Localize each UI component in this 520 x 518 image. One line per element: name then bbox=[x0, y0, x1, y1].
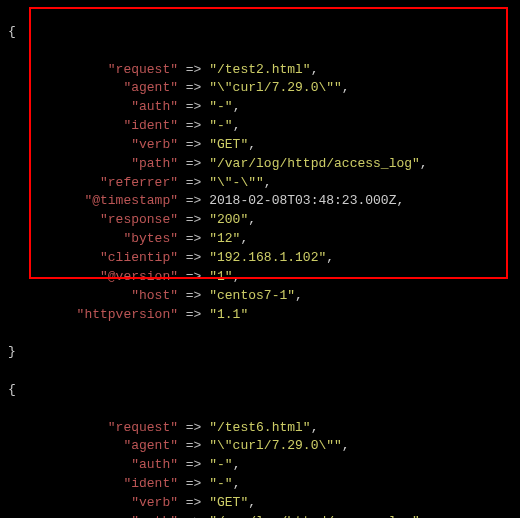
arrow-operator: => bbox=[178, 99, 209, 114]
log-key: "@timestamp" bbox=[84, 193, 178, 208]
log-key: "clientip" bbox=[100, 250, 178, 265]
comma: , bbox=[396, 193, 404, 208]
log-key: "@version" bbox=[100, 269, 178, 284]
log-value: "/test6.html" bbox=[209, 420, 310, 435]
log-key: "verb" bbox=[131, 495, 178, 510]
comma: , bbox=[326, 250, 334, 265]
log-entry-line: "request" => "/test2.html", bbox=[8, 61, 512, 80]
comma: , bbox=[420, 156, 428, 171]
log-value: "1.1" bbox=[209, 307, 248, 322]
log-value: "-" bbox=[209, 118, 232, 133]
log-entry-line: "path" => "/var/log/httpd/access_log", bbox=[8, 155, 512, 174]
log-value: "\"curl/7.29.0\"" bbox=[209, 80, 342, 95]
code-block: { "request" => "/test2.html","agent" => … bbox=[0, 0, 520, 518]
log-key: "agent" bbox=[123, 438, 178, 453]
log-key: "request" bbox=[108, 62, 178, 77]
log-entry-line: "clientip" => "192.168.1.102", bbox=[8, 249, 512, 268]
log-entry-line: "ident" => "-", bbox=[8, 117, 512, 136]
log-value: "192.168.1.102" bbox=[209, 250, 326, 265]
comma: , bbox=[342, 80, 350, 95]
arrow-operator: => bbox=[178, 80, 209, 95]
log-entry-line: "verb" => "GET", bbox=[8, 494, 512, 513]
log-key: "auth" bbox=[131, 99, 178, 114]
log-value: "200" bbox=[209, 212, 248, 227]
comma: , bbox=[233, 118, 241, 133]
log-value: "-" bbox=[209, 476, 232, 491]
log-entry-line: "response" => "200", bbox=[8, 211, 512, 230]
arrow-operator: => bbox=[178, 212, 209, 227]
log-value: "\"-\"" bbox=[209, 175, 264, 190]
log-entry-line: "agent" => "\"curl/7.29.0\"", bbox=[8, 79, 512, 98]
log-value: "centos7-1" bbox=[209, 288, 295, 303]
log-entry-line: "referrer" => "\"-\"", bbox=[8, 174, 512, 193]
arrow-operator: => bbox=[178, 438, 209, 453]
arrow-operator: => bbox=[178, 118, 209, 133]
comma: , bbox=[311, 62, 319, 77]
log-value: "12" bbox=[209, 231, 240, 246]
arrow-operator: => bbox=[178, 62, 209, 77]
log-entry-line: "verb" => "GET", bbox=[8, 136, 512, 155]
arrow-operator: => bbox=[178, 231, 209, 246]
comma: , bbox=[420, 514, 428, 518]
arrow-operator: => bbox=[178, 156, 209, 171]
brace-open: { bbox=[8, 23, 512, 42]
arrow-operator: => bbox=[178, 495, 209, 510]
log-entry-line: "request" => "/test6.html", bbox=[8, 419, 512, 438]
log-value: "/var/log/httpd/access_log" bbox=[209, 156, 420, 171]
comma: , bbox=[248, 137, 256, 152]
comma: , bbox=[240, 231, 248, 246]
comma: , bbox=[311, 420, 319, 435]
comma: , bbox=[233, 476, 241, 491]
log-entry-line: "@timestamp" => 2018-02-08T03:48:23.000Z… bbox=[8, 192, 512, 211]
log-entry-line: "httpversion" => "1.1" bbox=[8, 306, 512, 325]
log-value: "GET" bbox=[209, 137, 248, 152]
log-entry-line: "@version" => "1", bbox=[8, 268, 512, 287]
log-value: "1" bbox=[209, 269, 232, 284]
log-entry-line: "ident" => "-", bbox=[8, 475, 512, 494]
arrow-operator: => bbox=[178, 514, 209, 518]
arrow-operator: => bbox=[178, 137, 209, 152]
arrow-operator: => bbox=[178, 175, 209, 190]
log-entry-line: "host" => "centos7-1", bbox=[8, 287, 512, 306]
log-key: "path" bbox=[131, 156, 178, 171]
log-value: "-" bbox=[209, 457, 232, 472]
log-value: "GET" bbox=[209, 495, 248, 510]
brace-open: { bbox=[8, 381, 512, 400]
comma: , bbox=[233, 457, 241, 472]
log-key: "agent" bbox=[123, 80, 178, 95]
comma: , bbox=[295, 288, 303, 303]
log-value: "/test2.html" bbox=[209, 62, 310, 77]
arrow-operator: => bbox=[178, 193, 209, 208]
brace-close: } bbox=[8, 343, 512, 362]
arrow-operator: => bbox=[178, 476, 209, 491]
log-key: "httpversion" bbox=[77, 307, 178, 322]
log-key: "host" bbox=[131, 288, 178, 303]
comma: , bbox=[233, 269, 241, 284]
comma: , bbox=[233, 99, 241, 114]
log-key: "referrer" bbox=[100, 175, 178, 190]
arrow-operator: => bbox=[178, 250, 209, 265]
comma: , bbox=[248, 495, 256, 510]
log-entry-line: "path" => "/var/log/httpd/access_log", bbox=[8, 513, 512, 518]
arrow-operator: => bbox=[178, 420, 209, 435]
log-value: "\"curl/7.29.0\"" bbox=[209, 438, 342, 453]
log-key: "ident" bbox=[123, 118, 178, 133]
log-entry-line: "auth" => "-", bbox=[8, 456, 512, 475]
log-entry-line: "bytes" => "12", bbox=[8, 230, 512, 249]
comma: , bbox=[264, 175, 272, 190]
log-key: "verb" bbox=[131, 137, 178, 152]
arrow-operator: => bbox=[178, 288, 209, 303]
arrow-operator: => bbox=[178, 269, 209, 284]
log-key: "path" bbox=[131, 514, 178, 518]
arrow-operator: => bbox=[178, 307, 209, 322]
log-key: "response" bbox=[100, 212, 178, 227]
log-key: "ident" bbox=[123, 476, 178, 491]
log-entry-line: "agent" => "\"curl/7.29.0\"", bbox=[8, 437, 512, 456]
log-entry-line: "auth" => "-", bbox=[8, 98, 512, 117]
log-key: "request" bbox=[108, 420, 178, 435]
comma: , bbox=[342, 438, 350, 453]
arrow-operator: => bbox=[178, 457, 209, 472]
log-key: "auth" bbox=[131, 457, 178, 472]
log-value: 2018-02-08T03:48:23.000Z bbox=[209, 193, 396, 208]
log-value: "-" bbox=[209, 99, 232, 114]
